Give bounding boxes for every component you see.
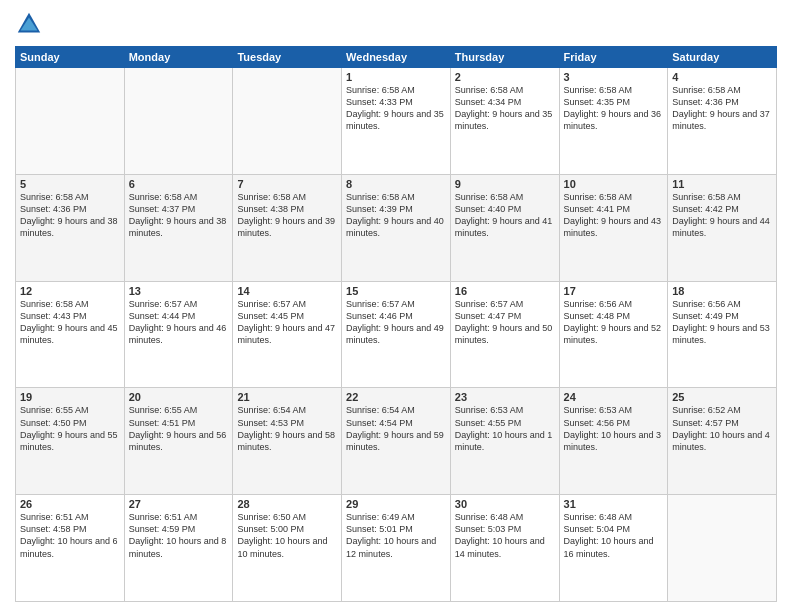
- calendar-header-row: SundayMondayTuesdayWednesdayThursdayFrid…: [16, 47, 777, 68]
- calendar-day-cell: 8Sunrise: 6:58 AM Sunset: 4:39 PM Daylig…: [342, 174, 451, 281]
- day-number: 17: [564, 285, 664, 297]
- day-number: 21: [237, 391, 337, 403]
- weekday-header: Friday: [559, 47, 668, 68]
- calendar-day-cell: 22Sunrise: 6:54 AM Sunset: 4:54 PM Dayli…: [342, 388, 451, 495]
- weekday-header: Tuesday: [233, 47, 342, 68]
- day-number: 1: [346, 71, 446, 83]
- page: SundayMondayTuesdayWednesdayThursdayFrid…: [0, 0, 792, 612]
- day-info: Sunrise: 6:57 AM Sunset: 4:46 PM Dayligh…: [346, 298, 446, 347]
- day-number: 23: [455, 391, 555, 403]
- day-number: 31: [564, 498, 664, 510]
- calendar-day-cell: 13Sunrise: 6:57 AM Sunset: 4:44 PM Dayli…: [124, 281, 233, 388]
- day-info: Sunrise: 6:55 AM Sunset: 4:50 PM Dayligh…: [20, 404, 120, 453]
- day-info: Sunrise: 6:58 AM Sunset: 4:37 PM Dayligh…: [129, 191, 229, 240]
- weekday-header: Sunday: [16, 47, 125, 68]
- day-number: 24: [564, 391, 664, 403]
- calendar-day-cell: 28Sunrise: 6:50 AM Sunset: 5:00 PM Dayli…: [233, 495, 342, 602]
- calendar-day-cell: 1Sunrise: 6:58 AM Sunset: 4:33 PM Daylig…: [342, 68, 451, 175]
- day-info: Sunrise: 6:58 AM Sunset: 4:40 PM Dayligh…: [455, 191, 555, 240]
- calendar-week-row: 1Sunrise: 6:58 AM Sunset: 4:33 PM Daylig…: [16, 68, 777, 175]
- calendar-day-cell: [16, 68, 125, 175]
- calendar-day-cell: 16Sunrise: 6:57 AM Sunset: 4:47 PM Dayli…: [450, 281, 559, 388]
- calendar-day-cell: 2Sunrise: 6:58 AM Sunset: 4:34 PM Daylig…: [450, 68, 559, 175]
- weekday-header: Wednesday: [342, 47, 451, 68]
- day-info: Sunrise: 6:57 AM Sunset: 4:45 PM Dayligh…: [237, 298, 337, 347]
- calendar-day-cell: [233, 68, 342, 175]
- day-info: Sunrise: 6:53 AM Sunset: 4:56 PM Dayligh…: [564, 404, 664, 453]
- calendar-day-cell: 4Sunrise: 6:58 AM Sunset: 4:36 PM Daylig…: [668, 68, 777, 175]
- day-number: 29: [346, 498, 446, 510]
- day-info: Sunrise: 6:51 AM Sunset: 4:58 PM Dayligh…: [20, 511, 120, 560]
- day-number: 6: [129, 178, 229, 190]
- day-info: Sunrise: 6:58 AM Sunset: 4:34 PM Dayligh…: [455, 84, 555, 133]
- day-info: Sunrise: 6:58 AM Sunset: 4:36 PM Dayligh…: [20, 191, 120, 240]
- day-info: Sunrise: 6:58 AM Sunset: 4:43 PM Dayligh…: [20, 298, 120, 347]
- calendar-week-row: 5Sunrise: 6:58 AM Sunset: 4:36 PM Daylig…: [16, 174, 777, 281]
- day-info: Sunrise: 6:58 AM Sunset: 4:41 PM Dayligh…: [564, 191, 664, 240]
- calendar-day-cell: 30Sunrise: 6:48 AM Sunset: 5:03 PM Dayli…: [450, 495, 559, 602]
- day-info: Sunrise: 6:49 AM Sunset: 5:01 PM Dayligh…: [346, 511, 446, 560]
- calendar-day-cell: 9Sunrise: 6:58 AM Sunset: 4:40 PM Daylig…: [450, 174, 559, 281]
- calendar-day-cell: [668, 495, 777, 602]
- calendar-day-cell: 25Sunrise: 6:52 AM Sunset: 4:57 PM Dayli…: [668, 388, 777, 495]
- calendar-day-cell: 15Sunrise: 6:57 AM Sunset: 4:46 PM Dayli…: [342, 281, 451, 388]
- calendar-day-cell: 3Sunrise: 6:58 AM Sunset: 4:35 PM Daylig…: [559, 68, 668, 175]
- day-number: 22: [346, 391, 446, 403]
- day-info: Sunrise: 6:55 AM Sunset: 4:51 PM Dayligh…: [129, 404, 229, 453]
- calendar-day-cell: [124, 68, 233, 175]
- calendar-week-row: 12Sunrise: 6:58 AM Sunset: 4:43 PM Dayli…: [16, 281, 777, 388]
- day-number: 30: [455, 498, 555, 510]
- day-number: 28: [237, 498, 337, 510]
- calendar-day-cell: 26Sunrise: 6:51 AM Sunset: 4:58 PM Dayli…: [16, 495, 125, 602]
- header: [15, 10, 777, 38]
- day-info: Sunrise: 6:54 AM Sunset: 4:53 PM Dayligh…: [237, 404, 337, 453]
- calendar-day-cell: 7Sunrise: 6:58 AM Sunset: 4:38 PM Daylig…: [233, 174, 342, 281]
- weekday-header: Saturday: [668, 47, 777, 68]
- day-info: Sunrise: 6:56 AM Sunset: 4:49 PM Dayligh…: [672, 298, 772, 347]
- calendar-day-cell: 23Sunrise: 6:53 AM Sunset: 4:55 PM Dayli…: [450, 388, 559, 495]
- day-info: Sunrise: 6:57 AM Sunset: 4:44 PM Dayligh…: [129, 298, 229, 347]
- day-info: Sunrise: 6:50 AM Sunset: 5:00 PM Dayligh…: [237, 511, 337, 560]
- day-info: Sunrise: 6:58 AM Sunset: 4:33 PM Dayligh…: [346, 84, 446, 133]
- day-number: 9: [455, 178, 555, 190]
- day-number: 15: [346, 285, 446, 297]
- calendar-day-cell: 24Sunrise: 6:53 AM Sunset: 4:56 PM Dayli…: [559, 388, 668, 495]
- day-number: 8: [346, 178, 446, 190]
- day-number: 25: [672, 391, 772, 403]
- day-number: 7: [237, 178, 337, 190]
- day-number: 2: [455, 71, 555, 83]
- calendar-day-cell: 11Sunrise: 6:58 AM Sunset: 4:42 PM Dayli…: [668, 174, 777, 281]
- day-number: 16: [455, 285, 555, 297]
- day-info: Sunrise: 6:57 AM Sunset: 4:47 PM Dayligh…: [455, 298, 555, 347]
- weekday-header: Monday: [124, 47, 233, 68]
- calendar-day-cell: 12Sunrise: 6:58 AM Sunset: 4:43 PM Dayli…: [16, 281, 125, 388]
- calendar-day-cell: 6Sunrise: 6:58 AM Sunset: 4:37 PM Daylig…: [124, 174, 233, 281]
- calendar-table: SundayMondayTuesdayWednesdayThursdayFrid…: [15, 46, 777, 602]
- calendar-week-row: 19Sunrise: 6:55 AM Sunset: 4:50 PM Dayli…: [16, 388, 777, 495]
- calendar-day-cell: 21Sunrise: 6:54 AM Sunset: 4:53 PM Dayli…: [233, 388, 342, 495]
- day-info: Sunrise: 6:58 AM Sunset: 4:38 PM Dayligh…: [237, 191, 337, 240]
- day-number: 10: [564, 178, 664, 190]
- day-number: 12: [20, 285, 120, 297]
- day-number: 19: [20, 391, 120, 403]
- day-number: 18: [672, 285, 772, 297]
- day-info: Sunrise: 6:58 AM Sunset: 4:35 PM Dayligh…: [564, 84, 664, 133]
- day-info: Sunrise: 6:56 AM Sunset: 4:48 PM Dayligh…: [564, 298, 664, 347]
- day-info: Sunrise: 6:48 AM Sunset: 5:03 PM Dayligh…: [455, 511, 555, 560]
- logo-icon: [15, 10, 43, 38]
- day-number: 3: [564, 71, 664, 83]
- day-number: 5: [20, 178, 120, 190]
- logo: [15, 10, 47, 38]
- calendar-day-cell: 17Sunrise: 6:56 AM Sunset: 4:48 PM Dayli…: [559, 281, 668, 388]
- day-info: Sunrise: 6:54 AM Sunset: 4:54 PM Dayligh…: [346, 404, 446, 453]
- day-info: Sunrise: 6:52 AM Sunset: 4:57 PM Dayligh…: [672, 404, 772, 453]
- day-info: Sunrise: 6:53 AM Sunset: 4:55 PM Dayligh…: [455, 404, 555, 453]
- day-number: 14: [237, 285, 337, 297]
- calendar-day-cell: 14Sunrise: 6:57 AM Sunset: 4:45 PM Dayli…: [233, 281, 342, 388]
- day-info: Sunrise: 6:48 AM Sunset: 5:04 PM Dayligh…: [564, 511, 664, 560]
- day-number: 26: [20, 498, 120, 510]
- weekday-header: Thursday: [450, 47, 559, 68]
- day-info: Sunrise: 6:51 AM Sunset: 4:59 PM Dayligh…: [129, 511, 229, 560]
- calendar-day-cell: 20Sunrise: 6:55 AM Sunset: 4:51 PM Dayli…: [124, 388, 233, 495]
- day-info: Sunrise: 6:58 AM Sunset: 4:36 PM Dayligh…: [672, 84, 772, 133]
